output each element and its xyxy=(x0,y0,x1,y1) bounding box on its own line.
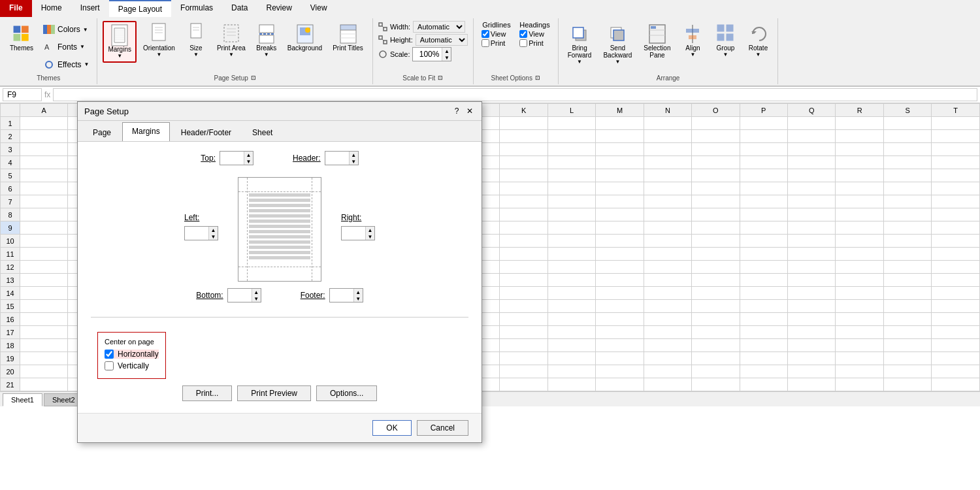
vertically-checkbox[interactable] xyxy=(105,361,114,370)
left-spinner-arrows: ▲ ▼ xyxy=(208,227,218,240)
right-label: Right: xyxy=(341,213,361,222)
header-label: Header: xyxy=(293,154,321,163)
horizontally-checkbox[interactable] xyxy=(105,350,114,359)
top-input[interactable]: 1.9 xyxy=(220,152,244,164)
bottom-spinner: 1.9 ▲ ▼ xyxy=(227,288,261,302)
bottom-down-arrow[interactable]: ▼ xyxy=(252,295,261,302)
bottom-spinner-arrows: ▲ ▼ xyxy=(252,289,261,302)
footer-up-arrow[interactable]: ▲ xyxy=(353,289,363,295)
vertically-label: Vertically xyxy=(118,361,149,370)
dialog-title-bar: Page Setup ? ✕ xyxy=(78,102,482,121)
footer-spinner-arrows: ▲ ▼ xyxy=(353,289,363,302)
dialog-tab-sheet[interactable]: Sheet xyxy=(242,123,282,141)
footer-label: Footer: xyxy=(301,291,325,300)
dialog-tab-header-footer[interactable]: Header/Footer xyxy=(171,123,241,141)
left-input[interactable]: 1.8 xyxy=(185,227,208,239)
options-button[interactable]: Options... xyxy=(316,385,377,401)
bottom-input[interactable]: 1.9 xyxy=(228,289,252,301)
dialog-tab-page[interactable]: Page xyxy=(83,123,121,141)
dialog-overlay: Page Setup ? ✕ Page Margins Header/Foote… xyxy=(0,0,980,406)
center-on-page-section: Center on page Horizontally Vertically xyxy=(97,332,166,379)
dialog-help-button[interactable]: ? xyxy=(451,106,462,116)
dialog-tab-margins[interactable]: Margins xyxy=(122,122,170,141)
header-spinner: 0.8 ▲ ▼ xyxy=(325,151,359,165)
vertically-row: Vertically xyxy=(105,361,159,370)
header-up-arrow[interactable]: ▲ xyxy=(349,152,358,158)
dialog-tabs: Page Margins Header/Footer Sheet xyxy=(78,121,482,142)
top-label: Top: xyxy=(201,154,216,163)
top-down-arrow[interactable]: ▼ xyxy=(244,158,253,165)
right-up-arrow[interactable]: ▲ xyxy=(365,227,374,233)
page-preview xyxy=(238,177,321,282)
right-input[interactable]: 1.8 xyxy=(342,227,365,239)
left-down-arrow[interactable]: ▼ xyxy=(208,233,218,240)
top-spinner-arrows: ▲ ▼ xyxy=(244,152,253,165)
footer-down-arrow[interactable]: ▼ xyxy=(353,295,363,302)
footer-field-row: Footer: 0.8 ▲ ▼ xyxy=(301,288,363,302)
center-on-page-title: Center on page xyxy=(105,338,159,346)
dialog-close-button[interactable]: ✕ xyxy=(465,106,475,116)
right-down-arrow[interactable]: ▼ xyxy=(365,233,374,240)
bottom-label: Bottom: xyxy=(196,291,223,300)
top-spinner: 1.9 ▲ ▼ xyxy=(220,151,253,165)
left-label: Left: xyxy=(184,213,199,222)
footer-spinner: 0.8 ▲ ▼ xyxy=(329,288,363,302)
header-down-arrow[interactable]: ▼ xyxy=(349,158,358,165)
top-up-arrow[interactable]: ▲ xyxy=(244,152,253,158)
header-field-row: Header: 0.8 ▲ ▼ xyxy=(293,151,359,165)
left-up-arrow[interactable]: ▲ xyxy=(208,227,218,233)
dialog-title: Page Setup xyxy=(84,106,129,116)
bottom-up-arrow[interactable]: ▲ xyxy=(252,289,261,295)
left-field-row: Left: 1.8 ▲ ▼ xyxy=(184,213,218,240)
bottom-field-row: Bottom: 1.9 ▲ ▼ xyxy=(196,288,261,302)
dialog-action-buttons: Print... Print Preview Options... xyxy=(91,385,468,401)
print-button[interactable]: Print... xyxy=(182,385,233,401)
dialog-body: Top: 1.9 ▲ ▼ Header: 0.8 xyxy=(78,142,482,406)
top-field-row: Top: 1.9 ▲ ▼ xyxy=(201,151,253,165)
print-preview-button[interactable]: Print Preview xyxy=(237,385,311,401)
page-setup-dialog: Page Setup ? ✕ Page Margins Header/Foote… xyxy=(77,101,482,406)
horizontally-label: Horizontally xyxy=(118,350,159,359)
footer-input[interactable]: 0.8 xyxy=(330,289,353,301)
right-field-row: Right: 1.8 ▲ ▼ xyxy=(341,213,375,240)
header-input[interactable]: 0.8 xyxy=(325,152,349,164)
header-spinner-arrows: ▲ ▼ xyxy=(349,152,358,165)
right-spinner: 1.8 ▲ ▼ xyxy=(341,226,375,240)
horizontally-row: Horizontally xyxy=(105,350,159,359)
dialog-title-buttons: ? ✕ xyxy=(451,106,475,116)
right-spinner-arrows: ▲ ▼ xyxy=(365,227,374,240)
left-spinner: 1.8 ▲ ▼ xyxy=(184,226,218,240)
